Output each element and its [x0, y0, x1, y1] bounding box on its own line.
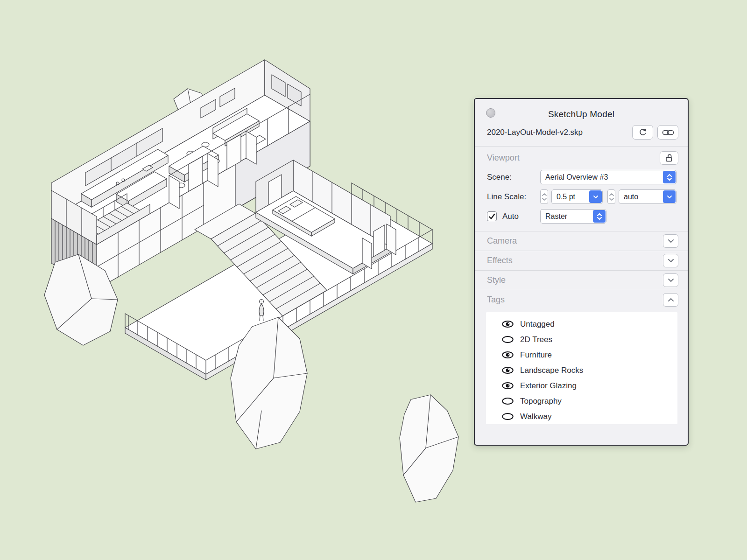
- line-scale-auto-stepper[interactable]: [607, 189, 615, 204]
- eye-icon[interactable]: [501, 366, 514, 374]
- line-scale-stepper[interactable]: [540, 189, 548, 204]
- line-scale-auto-chevron-down-icon[interactable]: [663, 190, 676, 203]
- section-effects-label: Effects: [487, 256, 513, 266]
- line-scale-row: Line Scale: 0.5 pt auto: [475, 189, 688, 204]
- auto-checkbox[interactable]: [487, 211, 497, 221]
- chevron-down-icon[interactable]: [663, 273, 678, 287]
- tag-row-furniture[interactable]: Furniture: [486, 347, 677, 363]
- eye-icon[interactable]: [501, 382, 514, 390]
- line-scale-value: 0.5 pt: [552, 193, 589, 201]
- scene-label: Scene:: [487, 173, 540, 182]
- panel-title: SketchUp Model: [475, 99, 688, 119]
- link-icon: [662, 128, 674, 137]
- file-row: 2020-LayOut-Model-v2.skp: [475, 121, 688, 146]
- eye-icon[interactable]: [501, 336, 514, 343]
- line-scale-auto-value: auto: [619, 193, 662, 201]
- eye-icon[interactable]: [501, 397, 514, 405]
- render-mode-row: Auto Raster: [475, 209, 688, 224]
- section-style[interactable]: Style: [475, 270, 688, 290]
- line-scale-select[interactable]: 0.5 pt: [551, 189, 603, 204]
- eye-icon[interactable]: [501, 320, 514, 328]
- chevron-down-icon[interactable]: [663, 254, 678, 267]
- tag-label: Landscape Rocks: [520, 366, 583, 375]
- unlock-icon: [665, 154, 674, 162]
- refresh-icon: [638, 128, 648, 137]
- line-scale-auto-select[interactable]: auto: [619, 189, 677, 204]
- model-filename: 2020-LayOut-Model-v2.skp: [487, 128, 632, 137]
- tag-row-landscape-rocks[interactable]: Landscape Rocks: [486, 363, 677, 378]
- eye-icon[interactable]: [501, 351, 514, 359]
- link-button[interactable]: [657, 125, 678, 140]
- viewport-section-header: Viewport: [475, 147, 688, 165]
- viewport-section-label: Viewport: [487, 153, 520, 163]
- section-tags-label: Tags: [487, 295, 505, 305]
- tag-label: Exterior Glazing: [520, 381, 577, 391]
- render-mode-value: Raster: [541, 212, 592, 221]
- render-mode-chevrons-icon[interactable]: [593, 210, 606, 223]
- tag-row-exterior-glazing[interactable]: Exterior Glazing: [486, 378, 677, 393]
- line-scale-chevron-down-icon[interactable]: [589, 190, 602, 203]
- layout-canvas: SketchUp Model 2020-LayOut-Model-v2.skp: [0, 0, 747, 560]
- section-style-label: Style: [487, 275, 506, 285]
- eye-icon[interactable]: [501, 413, 514, 420]
- tags-list: Untagged 2D Trees Furniture Landscape Ro…: [486, 312, 677, 424]
- tag-label: Walkway: [520, 412, 551, 421]
- accordion-sections: Camera Effects Style Tags: [475, 231, 688, 309]
- section-camera-label: Camera: [487, 236, 517, 246]
- tag-label: Untagged: [520, 320, 555, 329]
- rock-right: [400, 395, 458, 502]
- line-scale-label: Line Scale:: [487, 192, 540, 202]
- chevron-down-icon[interactable]: [663, 234, 678, 248]
- render-mode-select[interactable]: Raster: [540, 209, 606, 224]
- section-tags[interactable]: Tags: [475, 290, 688, 309]
- tag-row-topography[interactable]: Topography: [486, 393, 677, 409]
- scene-value: Aerial Overview #3: [541, 173, 662, 182]
- lock-button[interactable]: [660, 151, 678, 165]
- scene-row: Scene: Aerial Overview #3: [475, 170, 688, 184]
- tag-label: Topography: [520, 397, 562, 406]
- section-effects[interactable]: Effects: [475, 251, 688, 270]
- tag-row-2d-trees[interactable]: 2D Trees: [486, 332, 677, 347]
- chevron-up-icon[interactable]: [663, 293, 678, 307]
- panel-status-dot[interactable]: [486, 108, 495, 118]
- auto-checkbox-label: Auto: [502, 212, 540, 221]
- tag-row-untagged[interactable]: Untagged: [486, 316, 677, 332]
- sketchup-model-panel: SketchUp Model 2020-LayOut-Model-v2.skp: [474, 98, 689, 446]
- tag-row-walkway[interactable]: Walkway: [486, 409, 677, 424]
- section-camera[interactable]: Camera: [475, 231, 688, 251]
- scene-select[interactable]: Aerial Overview #3: [540, 170, 677, 184]
- tag-label: Furniture: [520, 350, 552, 360]
- refresh-button[interactable]: [632, 125, 653, 140]
- panel-header: SketchUp Model: [475, 99, 688, 121]
- scene-select-chevrons-icon[interactable]: [663, 171, 676, 183]
- tag-label: 2D Trees: [520, 335, 552, 344]
